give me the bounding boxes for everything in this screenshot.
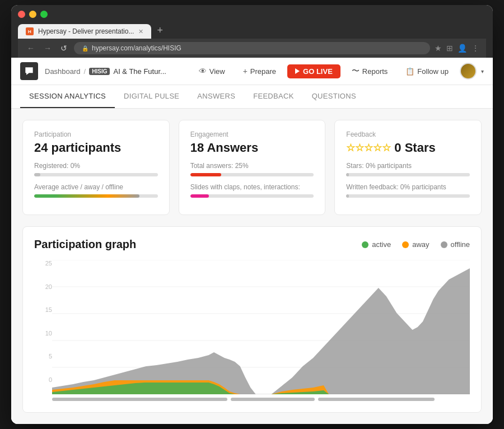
y-label-5: 5 — [34, 353, 52, 360]
tab-favicon: H — [26, 27, 34, 35]
registered-stat: Registered: 0% — [34, 162, 158, 170]
breadcrumb: Dashboard / HISIG AI & The Futur... — [45, 67, 166, 76]
graph-legend: active away offline — [362, 240, 470, 249]
feedback-card: Feedback ☆☆☆☆☆ 0 Stars Stars: 0% partici… — [334, 120, 482, 215]
header-actions: 👁 View + Prepare GO LIVE 〜 Reports 📋 — [192, 63, 484, 80]
tab-session-analytics[interactable]: SESSION ANALYTICS — [20, 85, 115, 108]
tab-answers[interactable]: ANSWERS — [188, 85, 244, 108]
graph-card: Participation graph active away offli — [22, 226, 482, 413]
profile-icon[interactable]: 👤 — [458, 44, 467, 53]
y-label-15: 15 — [34, 306, 52, 313]
address-input[interactable]: 🔒 hypersay.com/analytics/HISIG — [74, 42, 430, 54]
graph-header: Participation graph active away offli — [34, 238, 470, 251]
back-button[interactable]: ← — [25, 43, 37, 54]
legend-offline: offline — [441, 240, 470, 249]
scrollbar-seg-1 — [52, 398, 227, 401]
minimize-button[interactable] — [29, 11, 36, 18]
extensions-icon[interactable]: ⊞ — [446, 44, 453, 53]
registered-bar — [34, 173, 40, 176]
written-sub: Written feedback: 0% participants — [346, 183, 470, 191]
stars-count: 0 Stars — [394, 141, 435, 155]
golive-label: GO LIVE — [303, 67, 333, 76]
breadcrumb-current-page: AI & The Futur... — [113, 67, 166, 76]
browser-tab-active[interactable]: H Hypersay - Deliver presentatio... ✕ — [18, 24, 151, 39]
engagement-label: Engagement — [190, 130, 314, 138]
breadcrumb-badge: HISIG — [89, 68, 110, 75]
traffic-lights — [18, 11, 486, 18]
slides-progress — [190, 194, 314, 198]
reports-button[interactable]: 〜 Reports — [345, 63, 395, 79]
answers-progress — [190, 173, 314, 176]
participation-value: 24 participants — [34, 141, 158, 155]
tab-bar: H Hypersay - Deliver presentatio... ✕ + — [18, 22, 486, 39]
maximize-button[interactable] — [40, 11, 48, 18]
tab-digital-pulse-label: DIGITAL PULSE — [124, 92, 179, 100]
followup-button[interactable]: 📋 Follow up — [399, 64, 455, 78]
play-icon — [295, 68, 300, 74]
tab-session-analytics-label: SESSION ANALYTICS — [29, 92, 106, 100]
forward-button[interactable]: → — [41, 43, 54, 54]
scrollbar-seg-2 — [231, 398, 314, 401]
slides-bar — [190, 194, 209, 198]
graph-area: 25 20 15 10 5 0 — [34, 260, 470, 394]
view-button[interactable]: 👁 View — [192, 64, 232, 78]
menu-icon[interactable]: ⋮ — [472, 44, 479, 53]
graph-y-axis: 25 20 15 10 5 0 — [34, 260, 52, 394]
golive-button[interactable]: GO LIVE — [287, 64, 340, 78]
legend-away: away — [402, 240, 429, 249]
browser-chrome: H Hypersay - Deliver presentatio... ✕ + … — [11, 5, 493, 58]
engagement-value: 18 Answers — [190, 141, 314, 155]
app-logo — [20, 62, 38, 80]
scrollbar-row — [34, 398, 470, 401]
tab-answers-label: ANSWERS — [197, 92, 235, 100]
prepare-button[interactable]: + Prepare — [236, 64, 283, 78]
address-bar: ← → ↺ 🔒 hypersay.com/analytics/HISIG ★ ⊞… — [18, 39, 486, 58]
y-label-25: 25 — [34, 260, 52, 267]
reload-button[interactable]: ↺ — [58, 43, 69, 54]
feedback-card-label: Feedback — [346, 130, 470, 138]
away-dot — [402, 241, 409, 248]
close-button[interactable] — [18, 11, 25, 18]
tab-questions[interactable]: QUESTIONS — [303, 85, 365, 108]
breadcrumb-home[interactable]: Dashboard — [45, 67, 81, 76]
nav-tabs: SESSION ANALYTICS DIGITAL PULSE ANSWERS … — [11, 85, 493, 109]
tab-feedback[interactable]: FEEDBACK — [244, 85, 302, 108]
tab-close-icon[interactable]: ✕ — [138, 28, 143, 35]
active-legend-label: active — [372, 240, 391, 249]
tab-digital-pulse[interactable]: DIGITAL PULSE — [115, 85, 188, 108]
chart-icon: 〜 — [352, 66, 360, 76]
chevron-down-icon[interactable]: ▾ — [481, 68, 484, 74]
scrollbar-seg-3 — [318, 398, 435, 401]
browser-window: H Hypersay - Deliver presentatio... ✕ + … — [11, 5, 493, 424]
tab-feedback-label: FEEDBACK — [253, 92, 293, 100]
main-content: Participation 24 participants Registered… — [11, 109, 493, 424]
legend-active: active — [362, 240, 391, 249]
svg-marker-0 — [25, 67, 32, 74]
y-label-10: 10 — [34, 330, 52, 337]
engagement-card: Engagement 18 Answers Total answers: 25%… — [179, 120, 326, 215]
prepare-label: Prepare — [250, 67, 276, 76]
participation-card: Participation 24 participants Registered… — [22, 120, 170, 215]
away-legend-label: away — [412, 240, 429, 249]
graph-title: Participation graph — [34, 238, 362, 251]
active-stat: Average active / away / offline — [34, 183, 158, 191]
offline-dot — [441, 241, 447, 248]
participation-label: Participation — [34, 130, 158, 138]
stats-row: Participation 24 participants Registered… — [22, 120, 482, 215]
offline-legend-label: offline — [451, 240, 470, 249]
avatar[interactable] — [460, 63, 477, 80]
stars-bar — [346, 173, 348, 176]
app-content: Dashboard / HISIG AI & The Futur... 👁 Vi… — [11, 58, 493, 424]
written-progress — [346, 194, 470, 198]
new-tab-button[interactable]: + — [152, 22, 167, 39]
eye-icon: 👁 — [199, 67, 207, 76]
stars-display: ☆☆☆☆☆ — [346, 142, 391, 154]
registered-progress — [34, 173, 158, 176]
tab-questions-label: QUESTIONS — [312, 92, 356, 100]
active-progress — [34, 194, 158, 198]
app-header: Dashboard / HISIG AI & The Futur... 👁 Vi… — [11, 58, 493, 85]
answers-stat: Total answers: 25% — [190, 162, 314, 170]
answers-bar — [190, 173, 221, 176]
y-label-0: 0 — [34, 376, 52, 383]
bookmark-icon[interactable]: ★ — [435, 44, 442, 53]
